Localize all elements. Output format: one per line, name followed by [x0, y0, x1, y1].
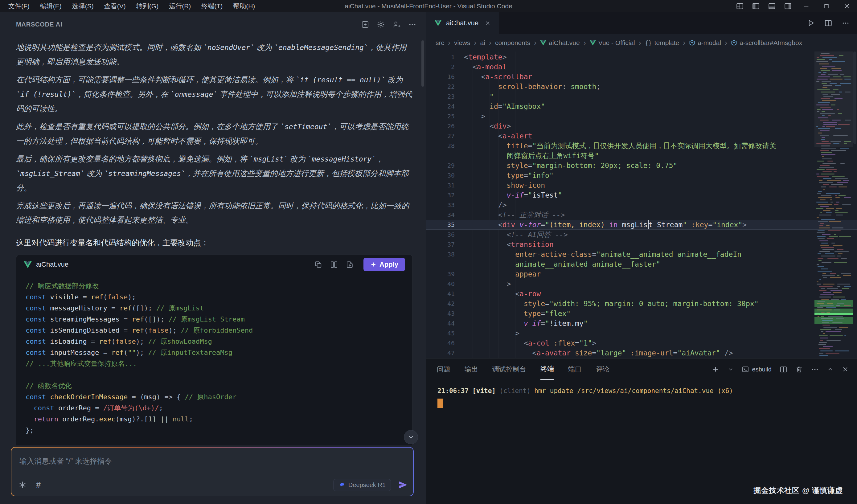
editor-row[interactable]: 23 ": [426, 91, 857, 101]
toggle-secondary-sidebar-icon[interactable]: [780, 0, 796, 12]
editor-row[interactable]: 35 <div v-for="(item, index) in msgList_…: [426, 220, 857, 230]
editor-row[interactable]: 36 <!-- AI回答 -->: [426, 230, 857, 239]
editor-row[interactable]: 27 <a-alert: [426, 131, 857, 141]
kill-terminal-icon[interactable]: [795, 366, 803, 373]
line-number[interactable]: 25: [426, 111, 464, 121]
close-tab-icon[interactable]: [485, 20, 491, 26]
line-number[interactable]: 34: [426, 210, 464, 220]
card-code[interactable]: // 响应式数据部分修改const visible = ref(false);c…: [16, 274, 413, 446]
menu-item[interactable]: 文件(F): [3, 0, 35, 12]
editor-row[interactable]: 43 type="flex": [426, 308, 857, 318]
terminal-profile-dropdown-icon[interactable]: [727, 366, 734, 372]
new-terminal-icon[interactable]: [711, 365, 720, 373]
toggle-sidebar-icon[interactable]: [748, 0, 764, 12]
line-number[interactable]: [426, 151, 464, 161]
more-actions-icon[interactable]: [842, 19, 850, 27]
more-actions-icon[interactable]: [811, 366, 819, 373]
maximize-button[interactable]: [816, 0, 837, 12]
close-panel-icon[interactable]: [842, 366, 849, 373]
split-editor-icon[interactable]: [824, 19, 832, 27]
apply-button[interactable]: Apply: [364, 258, 405, 271]
split-terminal-icon[interactable]: [779, 366, 787, 373]
run-file-icon[interactable]: [807, 19, 815, 27]
breadcrumb-item[interactable]: views: [454, 39, 470, 47]
editor-row[interactable]: 25 >: [426, 111, 857, 121]
chat-input[interactable]: [19, 453, 406, 469]
editor-row[interactable]: 28 title="当前为测试模式，仅供开发人员使用，不实际调用大模型。如需修改…: [426, 141, 857, 151]
line-number[interactable]: 35: [426, 220, 464, 230]
editor-row[interactable]: 42 style="width: 95%; margin: 0 auto; ma…: [426, 299, 857, 308]
line-number[interactable]: 27: [426, 131, 464, 141]
editor-row[interactable]: 32 v-if="isTest": [426, 190, 857, 200]
line-number[interactable]: 24: [426, 101, 464, 111]
editor-row[interactable]: 闭弹窗后点右上角wifi符号": [426, 151, 857, 161]
editor-row[interactable]: 45 >: [426, 328, 857, 338]
close-window-button[interactable]: [837, 0, 857, 12]
editor-row[interactable]: 31 show-icon: [426, 180, 857, 190]
line-number[interactable]: 42: [426, 299, 464, 308]
editor-row[interactable]: 2 <a-modal: [426, 62, 857, 72]
line-number[interactable]: 30: [426, 170, 464, 180]
minimize-button[interactable]: [796, 0, 816, 12]
line-number[interactable]: 32: [426, 190, 464, 200]
line-number[interactable]: 43: [426, 308, 464, 318]
line-number[interactable]: 44: [426, 318, 464, 328]
line-number[interactable]: 38: [426, 249, 464, 259]
terminal-tab[interactable]: 调试控制台: [492, 359, 526, 380]
terminal-tab[interactable]: 问题: [437, 359, 450, 380]
line-number[interactable]: 37: [426, 239, 464, 249]
skills-sparkle-icon[interactable]: [18, 481, 27, 489]
editor-row[interactable]: 26 <div>: [426, 121, 857, 131]
breadcrumb-item[interactable]: components: [495, 39, 530, 47]
editor-row[interactable]: 24 id="AImsgbox": [426, 101, 857, 111]
diff-code-icon[interactable]: [330, 261, 338, 268]
menu-item[interactable]: 运行(R): [164, 0, 196, 12]
hash-icon[interactable]: #: [36, 481, 41, 489]
breadcrumb-item[interactable]: Vue - Official: [590, 39, 635, 47]
breadcrumb-item[interactable]: a-modal: [689, 39, 721, 47]
menu-item[interactable]: 编辑(E): [35, 0, 67, 12]
editor-row[interactable]: animate__animated animate__faster": [426, 259, 857, 269]
line-number[interactable]: 22: [426, 82, 464, 91]
editor-row[interactable]: 38 enter-active-class="animate__animated…: [426, 249, 857, 259]
line-number[interactable]: 45: [426, 328, 464, 338]
tab-aichat[interactable]: aiChat.vue: [426, 12, 499, 34]
line-number[interactable]: 23: [426, 91, 464, 101]
menu-item[interactable]: 选择(S): [67, 0, 99, 12]
editor-scrollbar[interactable]: [853, 51, 857, 358]
breadcrumb-item[interactable]: a-scrollbar#AImsgbox: [731, 39, 802, 47]
menu-item[interactable]: 帮助(H): [228, 0, 260, 12]
toggle-panel-icon[interactable]: [764, 0, 780, 12]
line-number[interactable]: 36: [426, 230, 464, 239]
editor-row[interactable]: 46 <a-col :flex="1">: [426, 338, 857, 348]
menu-item[interactable]: 转到(G): [131, 0, 164, 12]
editor-row[interactable]: 16 <a-scrollbar: [426, 72, 857, 82]
editor[interactable]: 1<template>2 <a-modal16 <a-scrollbar22 s…: [426, 51, 857, 358]
maximize-panel-icon[interactable]: [827, 366, 834, 373]
editor-row[interactable]: 47 <a-avatar size="large" :image-url="ai…: [426, 348, 857, 358]
copy-code-icon[interactable]: [315, 261, 322, 268]
editor-row[interactable]: 33 />: [426, 200, 857, 210]
settings-gear-icon[interactable]: [377, 20, 385, 29]
editor-row[interactable]: 40 >: [426, 279, 857, 289]
line-number[interactable]: 46: [426, 338, 464, 348]
editor-row[interactable]: 22 scroll-behavior: smooth;: [426, 82, 857, 91]
scroll-to-bottom-button[interactable]: [404, 430, 418, 444]
line-number[interactable]: 29: [426, 161, 464, 170]
line-number[interactable]: 16: [426, 72, 464, 82]
terminal-tab[interactable]: 终端: [540, 359, 554, 380]
line-number[interactable]: 31: [426, 180, 464, 190]
terminal-tab[interactable]: 评论: [596, 359, 609, 380]
line-number[interactable]: 47: [426, 348, 464, 358]
more-actions-icon[interactable]: [408, 20, 417, 29]
editor-row[interactable]: 1<template>: [426, 52, 857, 62]
send-icon[interactable]: [398, 480, 407, 489]
editor-row[interactable]: 30 type="info": [426, 170, 857, 180]
menu-item[interactable]: 终端(T): [196, 0, 228, 12]
breadcrumb-item[interactable]: src: [436, 39, 444, 47]
line-number[interactable]: 33: [426, 200, 464, 210]
invite-user-icon[interactable]: [392, 20, 401, 29]
breadcrumb-item[interactable]: aiChat.vue: [540, 39, 579, 47]
editor-row[interactable]: 37 <transition: [426, 239, 857, 249]
minimap[interactable]: [814, 51, 853, 358]
